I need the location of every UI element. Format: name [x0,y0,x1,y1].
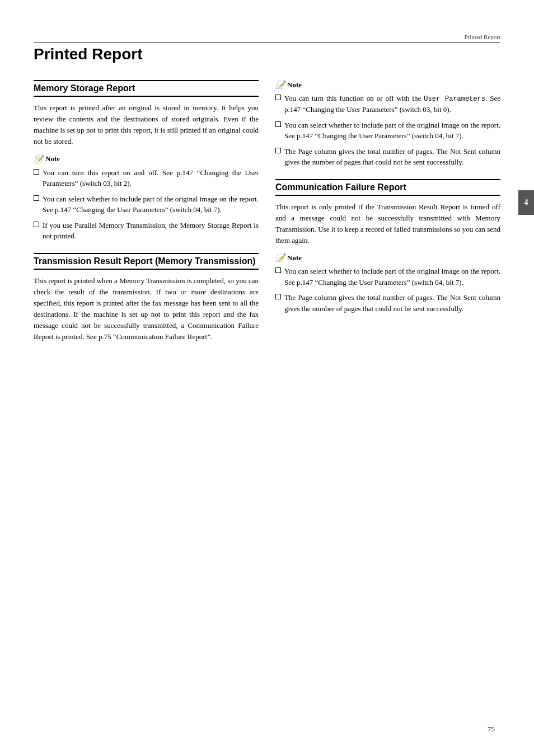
transmission-result-report-body: This report is printed when a Memory Tra… [34,275,259,343]
left-column: Memory Storage Report This report is pri… [34,80,259,354]
communication-failure-report-section: Communication Failure Report This report… [275,179,500,314]
transmission-result-note-list: You can turn this function on or off wit… [275,93,500,168]
transmission-result-report-title: Transmission Result Report (Memory Trans… [34,253,259,270]
checkbox-icon [275,294,281,299]
note-icon: 📝 [275,80,285,90]
note-text: You can turn this report on and off. See… [43,167,259,189]
communication-failure-report-body: This report is only printed if the Trans… [275,201,500,247]
list-item: The Page column gives the total number o… [275,292,500,314]
checkbox-icon [34,222,39,227]
note-label: Note [287,253,302,262]
note-text: You can select whether to include part o… [284,266,500,288]
list-item: The Page column gives the total number o… [275,146,500,168]
checkbox-icon [275,121,281,127]
checkbox-icon [275,95,281,100]
list-item: If you use Parallel Memory Transmission,… [34,220,259,242]
note-text: The Page column gives the total number o… [284,292,500,314]
main-title: Printed Report [34,45,500,63]
list-item: You can turn this report on and off. See… [34,167,259,189]
checkbox-icon [34,169,39,175]
transmission-result-report-section: Transmission Result Report (Memory Trans… [34,253,259,343]
memory-storage-report-body: This report is printed after an original… [34,102,259,148]
checkbox-icon [275,148,281,153]
checkbox-icon [275,267,281,273]
checkbox-icon [34,195,39,201]
header-text: Printed Report [465,34,500,40]
two-column-layout: Memory Storage Report This report is pri… [34,80,500,354]
note-label: Note [45,154,60,163]
note-text: You can select whether to include part o… [284,120,500,142]
memory-storage-report-section: Memory Storage Report This report is pri… [34,80,259,242]
transmission-result-note-header: 📝 Note [275,80,500,90]
page-number: 75 [488,725,495,734]
list-item: You can select whether to include part o… [275,120,500,142]
page: Printed Report Printed Report 4 Memory S… [0,0,534,756]
note-text: You can select whether to include part o… [43,194,259,215]
note-text: If you use Parallel Memory Transmission,… [43,220,259,242]
note-icon: 📝 [275,253,285,262]
note-text: You can turn this function on or off wit… [284,93,500,115]
list-item: You can select whether to include part o… [34,194,259,215]
memory-storage-report-title: Memory Storage Report [34,80,259,97]
right-column: 📝 Note You can turn this function on or … [275,80,500,354]
transmission-result-note-section: 📝 Note You can turn this function on or … [275,80,500,168]
memory-storage-note-list: You can turn this report on and off. See… [34,167,259,242]
page-header: Printed Report [34,34,500,43]
note-text: The Page column gives the total number o… [284,146,500,168]
list-item: You can select whether to include part o… [275,266,500,288]
communication-failure-note-list: You can select whether to include part o… [275,266,500,314]
memory-storage-note-header: 📝 Note [34,154,259,164]
chapter-tab: 4 [518,190,534,215]
communication-failure-note-header: 📝 Note [275,253,500,262]
communication-failure-report-title: Communication Failure Report [275,179,500,196]
note-icon: 📝 [34,154,43,164]
note-label: Note [287,81,302,90]
list-item: You can turn this function on or off wit… [275,93,500,115]
